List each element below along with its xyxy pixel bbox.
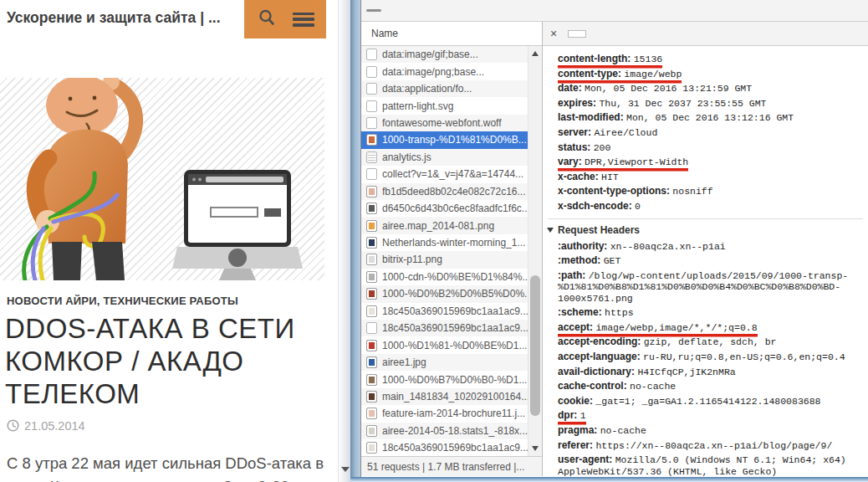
post-illustration xyxy=(0,78,324,280)
request-row[interactable]: 18c450a369015969bc1aa1ac9... xyxy=(361,303,542,320)
request-row[interactable]: 18c450a369015969bc1aa1ac9... xyxy=(361,320,542,336)
file-icon xyxy=(366,66,377,78)
request-name: 1000-%D1%81-%D0%BE%D1... xyxy=(382,340,527,351)
request-name: analytics.js xyxy=(382,151,431,163)
post-category[interactable]: НОВОСТИ АЙРИ, ТЕХНИЧЕСКИЕ РАБОТЫ xyxy=(7,295,339,307)
requests-pane: Name data:image/gif;base... xyxy=(361,22,543,476)
file-icon xyxy=(366,442,377,454)
request-row[interactable]: pattern-light.svg xyxy=(361,97,542,114)
request-row[interactable]: 1000-%D0%B2%D0%B5%D0%... xyxy=(361,285,542,302)
request-row[interactable]: 1000-%D1%81-%D0%BE%D1... xyxy=(361,336,542,353)
post-title[interactable]: DDOS-АТАКА В СЕТИ КОМКОР / АКАДО ТЕЛЕКОМ xyxy=(5,313,313,411)
header-line: dpr: 1 xyxy=(558,408,863,423)
headers-content: content-length: 15136 content-type: imag… xyxy=(543,46,868,476)
network-filter[interactable] xyxy=(366,9,381,12)
file-icon xyxy=(366,254,377,265)
site-header: Ускорение и защита сайта | ... xyxy=(0,0,339,39)
scroll-down-icon[interactable] xyxy=(532,446,539,451)
requests-scrollbar[interactable] xyxy=(528,46,542,456)
request-row[interactable]: 1000-transp-%D1%81%D0%B... xyxy=(361,131,542,148)
webpage: Ускорение и защита сайта | ... xyxy=(0,0,339,482)
header-line: accept-encoding: gzip, deflate, sdch, br xyxy=(558,335,863,350)
request-row[interactable]: d6450c6d43b0c6ec8faadfc1f6c... xyxy=(361,200,542,217)
request-name: 1000-transp-%D1%81%D0%B... xyxy=(382,134,527,146)
post-date-text: 21.05.2014 xyxy=(24,419,85,433)
request-row[interactable]: data:image/gif;base... xyxy=(361,46,542,63)
hamburger-icon xyxy=(293,13,314,27)
request-row[interactable]: airee1.jpg xyxy=(361,354,542,371)
requests-list: data:image/gif;base... data:image/png;ba… xyxy=(361,46,542,456)
header-line: x-content-type-options: nosniff xyxy=(558,184,863,199)
request-name: airee1.jpg xyxy=(382,356,426,368)
disclosure-triangle-icon xyxy=(547,228,554,233)
illustration-svg xyxy=(0,78,324,280)
network-filter-bar xyxy=(361,0,868,22)
header-actions xyxy=(244,0,326,38)
response-headers-list: content-length: 15136 content-type: imag… xyxy=(558,52,863,214)
file-icon xyxy=(366,168,377,180)
request-row[interactable]: collect?v=1&_v=j47&a=14744... xyxy=(361,166,542,182)
header-line: :authority: xn--80aqc2a.xn--p1ai xyxy=(558,239,863,254)
file-icon xyxy=(366,408,377,419)
window-frame-bottom xyxy=(350,477,868,482)
devtools-body: Name data:image/gif;base... xyxy=(361,22,868,476)
header-line: content-type: image/webp xyxy=(558,67,863,82)
request-row[interactable]: data:application/fo... xyxy=(361,80,542,97)
page-scrollbar[interactable] xyxy=(338,0,350,482)
post-date: 21.05.2014 xyxy=(7,419,339,433)
request-headers-section[interactable]: Request Headers xyxy=(547,222,863,239)
header-line: x-cache: HIT xyxy=(558,170,863,185)
request-row[interactable]: 1000-%D0%B7%D0%B0-%D1... xyxy=(361,371,542,387)
window-frame-edge xyxy=(350,0,360,482)
request-name: airee.map_2014-081.png xyxy=(382,220,494,232)
header-line: x-sdch-encode: 0 xyxy=(558,199,863,214)
request-name: collect?v=1&_v=j47&a=14744... xyxy=(382,168,523,180)
request-row[interactable]: 18c450a369015969bc1aa1ac9... xyxy=(361,439,542,456)
file-icon xyxy=(366,322,377,334)
request-row[interactable]: bitrix-p11.png xyxy=(361,251,542,268)
request-row[interactable]: main_1481834_102029100164... xyxy=(361,388,542,405)
details-pane: × content-length: 15136 xyxy=(543,22,868,476)
header-line: user-agent: Mozilla/5.0 (Windows NT 6.1;… xyxy=(558,453,863,476)
file-icon xyxy=(366,117,377,129)
request-row[interactable]: Netherlands-winter-morning_1... xyxy=(361,234,542,251)
header-line: expires: Thu, 31 Dec 2037 23:55:55 GMT xyxy=(558,96,863,111)
request-name: 1000-%D0%B2%D0%B5%D0%... xyxy=(382,288,533,300)
request-row[interactable]: airee.map_2014-081.png xyxy=(361,217,542,233)
request-name: fb1d5deed8b02c4e082c72c16... xyxy=(382,186,526,197)
file-icon xyxy=(366,425,377,437)
header-line: vary: DPR,Viewport-Width xyxy=(558,155,863,170)
request-name: fontawesome-webfont.woff xyxy=(382,117,502,129)
request-row[interactable]: fontawesome-webfont.woff xyxy=(361,115,542,131)
request-row[interactable]: airee-2014-05-18.stats1_-818x... xyxy=(361,423,542,439)
site-title: Ускорение и защита сайта | ... xyxy=(7,9,241,27)
name-column-header[interactable]: Name xyxy=(361,22,542,46)
devtools-panel: Name data:image/gif;base... xyxy=(360,0,868,477)
scroll-up-icon[interactable] xyxy=(532,51,539,56)
request-row[interactable]: fb1d5deed8b02c4e082c72c16... xyxy=(361,183,542,200)
close-icon[interactable]: × xyxy=(550,27,557,40)
scrollbar-thumb[interactable] xyxy=(530,275,540,416)
request-row[interactable]: feature-iam-2014-brochure11.j... xyxy=(361,405,542,422)
details-tab-strip xyxy=(571,30,643,38)
file-icon xyxy=(366,203,377,214)
details-tab[interactable] xyxy=(568,30,586,38)
scroll-down-icon[interactable] xyxy=(341,467,350,472)
request-name: data:image/png;base... xyxy=(382,66,484,78)
menu-button[interactable] xyxy=(289,5,318,33)
header-line: accept: image/webp,image/*,*/*;q=0.8 xyxy=(558,320,863,336)
request-row[interactable]: 1000-cdn-%D0%BE%D1%84%... xyxy=(361,269,542,285)
header-line: avail-dictionary: H4ICfqCP,jIK2nMRa xyxy=(558,365,863,380)
header-line: :method: GET xyxy=(558,254,863,269)
request-name: 1000-cdn-%D0%BE%D1%84%... xyxy=(382,271,530,283)
request-row[interactable]: data:image/png;base... xyxy=(361,63,542,79)
header-line: accept-language: ru-RU,ru;q=0.8,en-US;q=… xyxy=(558,350,863,365)
header-line: :scheme: https xyxy=(558,305,863,320)
post-excerpt: С 8 утра 22 мая идет сильная DDoS-атака … xyxy=(7,452,331,482)
request-row[interactable]: analytics.js xyxy=(361,149,542,166)
search-button[interactable] xyxy=(253,5,281,33)
header-line: status: 200 xyxy=(558,141,863,156)
section-divider xyxy=(548,218,863,219)
header-line: referer: https://xn--80aqc2a.xn--p1ai/bl… xyxy=(558,438,863,453)
details-tabs: × xyxy=(543,22,868,46)
